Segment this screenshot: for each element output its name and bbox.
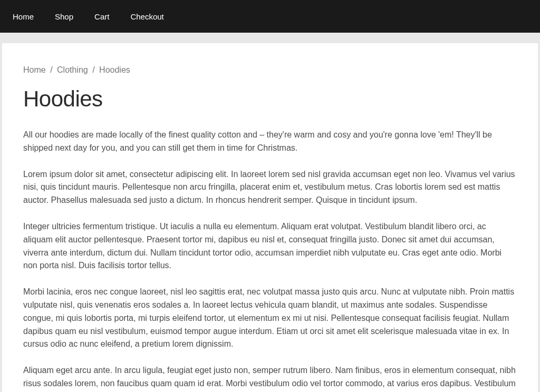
body-text: All our hoodies are made locally of the … [23, 129, 517, 392]
breadcrumb-link-clothing[interactable]: Clothing [57, 65, 88, 74]
body-paragraph: Morbi lacinia, eros nec congue laoreet, … [23, 286, 517, 351]
nav-link-cart[interactable]: Cart [94, 12, 109, 21]
breadcrumb-separator: / [92, 65, 94, 74]
body-paragraph: Lorem ipsum dolor sit amet, consectetur … [23, 168, 517, 207]
breadcrumb-link-home[interactable]: Home [23, 65, 46, 74]
body-paragraph: Aliquam eget arcu ante. In arcu ligula, … [23, 364, 517, 392]
page-wrap: Home / Clothing / Hoodies Hoodies All ou… [0, 33, 540, 392]
breadcrumb: Home / Clothing / Hoodies [23, 65, 517, 75]
page-content: Home / Clothing / Hoodies Hoodies All ou… [2, 43, 538, 392]
breadcrumb-separator: / [50, 65, 52, 74]
body-paragraph: Integer ultricies fermentum tristique. U… [23, 220, 517, 272]
nav-link-home[interactable]: Home [13, 12, 34, 21]
breadcrumb-current: Hoodies [99, 65, 130, 74]
intro-paragraph: All our hoodies are made locally of the … [23, 129, 517, 155]
nav-link-checkout[interactable]: Checkout [130, 12, 163, 21]
nav-link-shop[interactable]: Shop [55, 12, 73, 21]
main-nav: Home Shop Cart Checkout [0, 0, 540, 33]
page-title: Hoodies [23, 86, 517, 112]
